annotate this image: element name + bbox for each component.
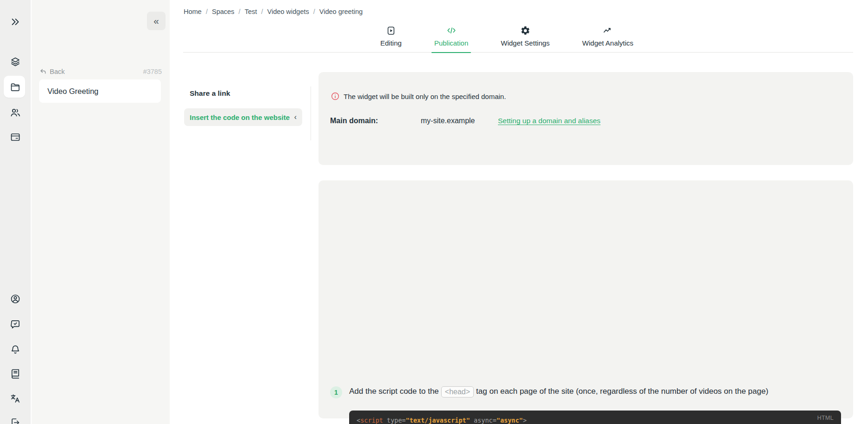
- secondary-panel: « Back #3785 Video Greeting: [32, 0, 170, 424]
- submenu-item-label: Insert the code on the website: [190, 113, 290, 121]
- breadcrumb-video-greeting[interactable]: Video greeting: [319, 8, 363, 15]
- code-language-badge: HTML: [817, 415, 834, 421]
- back-icon: [40, 68, 47, 75]
- profile-icon[interactable]: [10, 293, 21, 305]
- head-tag-chip: <head>: [441, 386, 474, 398]
- billing-card-icon[interactable]: [10, 132, 21, 143]
- submenu-divider: [311, 86, 311, 140]
- domain-card: The widget will be built only on the spe…: [318, 72, 853, 165]
- tab-widget-settings[interactable]: Widget Settings: [498, 26, 552, 53]
- tab-label: Publication: [434, 39, 468, 47]
- script-code: <script type="text/javascript" async="as…: [349, 411, 841, 424]
- widget-title-field[interactable]: Video Greeting: [39, 80, 161, 103]
- chevron-left-icon: ‹: [294, 113, 297, 121]
- feedback-chat-icon[interactable]: [10, 319, 21, 330]
- analytics-icon: [603, 26, 613, 36]
- submenu-item-share-link[interactable]: Share a link: [190, 89, 230, 98]
- widget-id-badge: #3785: [143, 68, 162, 75]
- language-translate-icon[interactable]: [10, 393, 21, 404]
- breadcrumb-separator: /: [261, 8, 263, 15]
- collapse-panel-icon: «: [153, 15, 159, 26]
- docs-book-icon[interactable]: [10, 368, 21, 379]
- breadcrumb: Home / Spaces / Test / Video widgets / V…: [184, 8, 363, 15]
- tab-publication[interactable]: Publication: [431, 26, 471, 53]
- notifications-bell-icon[interactable]: [10, 344, 21, 355]
- tab-bar: Editing Publication Widget Settings Widg…: [378, 26, 636, 53]
- widget-title-text: Video Greeting: [47, 87, 99, 96]
- submenu-item-insert-code[interactable]: Insert the code on the website ‹: [184, 108, 302, 126]
- expand-sidebar-icon[interactable]: [10, 16, 21, 27]
- tab-editing[interactable]: Editing: [378, 26, 404, 53]
- tab-label: Widget Analytics: [582, 39, 633, 47]
- info-warning-icon: [331, 92, 339, 100]
- domain-notice-text: The widget will be built only on the spe…: [344, 93, 506, 100]
- collapse-panel-button[interactable]: «: [147, 12, 166, 30]
- app-window: « Back #3785 Video Greeting Home / Space…: [0, 0, 868, 424]
- video-play-icon: [386, 26, 396, 36]
- script-code-block: <script type="text/javascript" async="as…: [349, 411, 841, 424]
- breadcrumb-separator: /: [239, 8, 240, 15]
- install-card: 1 Add the script code to the<head>tag on…: [318, 180, 853, 418]
- main-domain-value: my-site.example: [421, 117, 475, 125]
- domain-setup-link[interactable]: Setting up a domain and aliases: [498, 117, 601, 125]
- breadcrumb-separator: /: [206, 8, 208, 15]
- breadcrumb-home[interactable]: Home: [184, 8, 202, 15]
- breadcrumb-test[interactable]: Test: [245, 8, 257, 15]
- breadcrumb-video-widgets[interactable]: Video widgets: [267, 8, 309, 15]
- tab-label: Editing: [380, 39, 402, 47]
- icon-rail: [0, 0, 31, 424]
- team-icon[interactable]: [10, 107, 21, 118]
- back-button[interactable]: Back: [50, 68, 65, 75]
- breadcrumb-spaces[interactable]: Spaces: [212, 8, 234, 15]
- gear-icon: [520, 26, 530, 36]
- tab-label: Widget Settings: [501, 39, 550, 47]
- step-1-text: Add the script code to the<head>tag on e…: [349, 385, 816, 398]
- projects-folder-icon[interactable]: [10, 81, 21, 93]
- tab-widget-analytics[interactable]: Widget Analytics: [579, 26, 636, 53]
- layers-icon[interactable]: [10, 56, 21, 67]
- code-icon: [446, 26, 457, 36]
- step-1-number: 1: [330, 386, 342, 398]
- logout-icon[interactable]: [10, 417, 21, 424]
- breadcrumb-separator: /: [313, 8, 315, 15]
- main-domain-label: Main domain:: [330, 117, 378, 125]
